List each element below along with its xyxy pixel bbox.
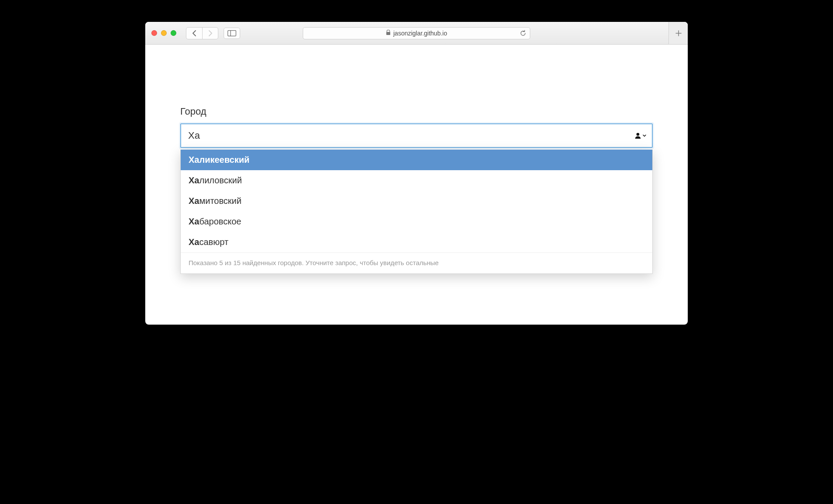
page-content: Город ХаликеевскийХалиловскийХамитовский…	[145, 45, 688, 325]
svg-point-3	[637, 133, 640, 136]
suggestion-item[interactable]: Хасавюрт	[181, 232, 652, 252]
suggestion-match: Ха	[189, 237, 199, 247]
chevron-down-icon	[642, 133, 647, 138]
suggestion-item[interactable]: Хамитовский	[181, 191, 652, 211]
city-field-label: Город	[180, 106, 653, 117]
person-icon	[634, 132, 641, 139]
window-controls	[151, 30, 176, 36]
suggestion-rest: ликеевский	[199, 155, 249, 164]
svg-rect-0	[228, 30, 236, 36]
new-tab-button[interactable]	[668, 22, 688, 44]
suggestions-footer: Показано 5 из 15 найденных городов. Уточ…	[181, 252, 652, 273]
contacts-autofill-button[interactable]	[634, 132, 647, 139]
address-bar[interactable]: jasonziglar.github.io	[303, 27, 530, 39]
city-input[interactable]	[180, 123, 653, 148]
suggestion-match: Ха	[189, 175, 199, 185]
forward-button[interactable]	[202, 28, 218, 39]
nav-buttons	[186, 27, 218, 39]
back-button[interactable]	[186, 28, 202, 39]
chevron-right-icon	[208, 30, 213, 36]
show-sidebar-button[interactable]	[224, 28, 240, 39]
suggestion-match: Ха	[189, 155, 199, 164]
city-suggestions-dropdown: ХаликеевскийХалиловскийХамитовскийХабаро…	[180, 150, 653, 274]
reload-icon	[520, 30, 526, 36]
svg-rect-2	[386, 32, 390, 35]
suggestion-rest: баровское	[199, 217, 241, 226]
suggestion-rest: савюрт	[199, 237, 228, 247]
safari-window: jasonziglar.github.io Город Х	[145, 22, 688, 325]
suggestion-rest: лиловский	[199, 175, 242, 185]
minimize-window-button[interactable]	[161, 30, 167, 36]
chevron-left-icon	[192, 30, 196, 36]
lock-icon	[386, 29, 391, 37]
reload-button[interactable]	[520, 30, 526, 36]
suggestion-rest: митовский	[199, 196, 241, 206]
suggestion-item[interactable]: Халикеевский	[181, 150, 652, 170]
suggestion-item[interactable]: Хабаровское	[181, 211, 652, 232]
close-window-button[interactable]	[151, 30, 157, 36]
plus-icon	[675, 30, 682, 37]
suggestion-match: Ха	[189, 217, 199, 226]
suggestion-item[interactable]: Халиловский	[181, 170, 652, 191]
suggestion-match: Ха	[189, 196, 199, 206]
address-url: jasonziglar.github.io	[393, 30, 447, 37]
city-combobox	[180, 123, 653, 148]
maximize-window-button[interactable]	[171, 30, 176, 36]
titlebar: jasonziglar.github.io	[145, 22, 688, 45]
sidebar-icon	[228, 30, 236, 36]
